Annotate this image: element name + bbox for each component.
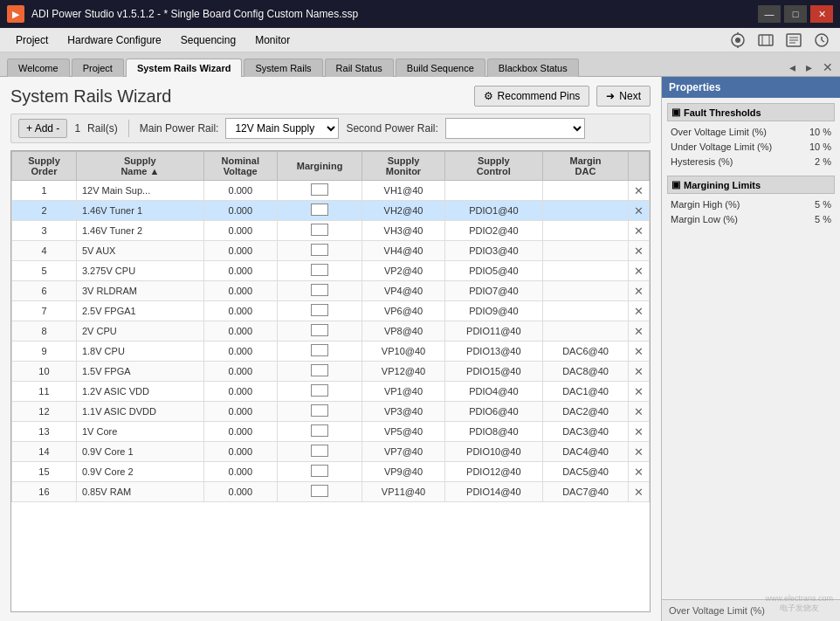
margining-checkbox[interactable] <box>311 204 328 216</box>
tab-blackbox-status[interactable]: Blackbox Status <box>487 59 579 77</box>
toolbar-icon-2[interactable] <box>754 31 777 50</box>
table-row[interactable]: 7 2.5V FPGA1 0.000 VP6@40 PDIO9@40 ✕ <box>12 301 650 321</box>
maximize-button[interactable]: □ <box>784 5 807 23</box>
cell-margining[interactable] <box>277 221 362 241</box>
margining-checkbox[interactable] <box>311 324 328 336</box>
delete-icon[interactable]: ✕ <box>634 184 644 197</box>
tab-project[interactable]: Project <box>72 59 124 77</box>
delete-icon[interactable]: ✕ <box>634 365 644 378</box>
table-row[interactable]: 9 1.8V CPU 0.000 VP10@40 PDIO13@40 DAC6@… <box>12 342 650 362</box>
delete-icon[interactable]: ✕ <box>634 445 644 459</box>
table-row[interactable]: 11 1.2V ASIC VDD 0.000 VP1@40 PDIO4@40 D… <box>12 382 650 402</box>
toolbar-icon-1[interactable] <box>726 31 749 50</box>
table-row[interactable]: 13 1V Core 0.000 VP5@40 PDIO8@40 DAC3@40… <box>12 422 650 442</box>
margining-checkbox[interactable] <box>311 224 328 236</box>
margining-checkbox[interactable] <box>311 183 328 196</box>
tab-system-rails[interactable]: System Rails <box>244 59 322 77</box>
cell-margining[interactable] <box>277 362 362 382</box>
cell-delete[interactable]: ✕ <box>629 281 650 301</box>
table-row[interactable]: 16 0.85V RAM 0.000 VP11@40 PDIO14@40 DAC… <box>12 482 650 502</box>
margining-checkbox[interactable] <box>311 304 328 316</box>
cell-delete[interactable]: ✕ <box>629 382 650 402</box>
cell-margining[interactable] <box>277 482 362 502</box>
table-row[interactable]: 15 0.9V Core 2 0.000 VP9@40 PDIO12@40 DA… <box>12 462 650 482</box>
margining-checkbox[interactable] <box>311 284 328 296</box>
cell-margining[interactable] <box>277 422 362 442</box>
cell-delete[interactable]: ✕ <box>629 462 650 482</box>
toolbar-icon-3[interactable] <box>782 31 805 50</box>
delete-icon[interactable]: ✕ <box>634 345 644 358</box>
cell-margining[interactable] <box>277 402 362 422</box>
cell-delete[interactable]: ✕ <box>629 221 650 241</box>
table-row[interactable]: 6 3V RLDRAM 0.000 VP4@40 PDIO7@40 ✕ <box>12 281 650 301</box>
close-button[interactable]: ✕ <box>810 5 833 23</box>
delete-icon[interactable]: ✕ <box>634 204 644 217</box>
cell-delete[interactable]: ✕ <box>629 362 650 382</box>
cell-delete[interactable]: ✕ <box>629 342 650 362</box>
margining-limits-section[interactable]: ▣ Margining Limits <box>667 176 835 194</box>
tab-nav-left[interactable]: ◂ <box>786 59 799 76</box>
second-power-dropdown[interactable] <box>445 118 585 139</box>
table-row[interactable]: 3 1.46V Tuner 2 0.000 VH3@40 PDIO2@40 ✕ <box>12 221 650 241</box>
delete-icon[interactable]: ✕ <box>634 325 644 338</box>
tab-system-rails-wizard[interactable]: System Rails Wizard <box>126 59 243 77</box>
main-power-dropdown[interactable]: 12V Main Supply <box>225 118 339 139</box>
menu-hardware-configure[interactable]: Hardware Configure <box>59 31 169 49</box>
delete-icon[interactable]: ✕ <box>634 385 644 398</box>
cell-delete[interactable]: ✕ <box>629 442 650 462</box>
margining-checkbox[interactable] <box>311 404 328 417</box>
cell-margining[interactable] <box>277 281 362 301</box>
table-row[interactable]: 4 5V AUX 0.000 VH4@40 PDIO3@40 ✕ <box>12 241 650 261</box>
cell-margining[interactable] <box>277 321 362 342</box>
delete-icon[interactable]: ✕ <box>634 405 644 418</box>
menu-monitor[interactable]: Monitor <box>246 31 299 49</box>
margining-checkbox[interactable] <box>311 485 328 497</box>
table-row[interactable]: 14 0.9V Core 1 0.000 VP7@40 PDIO10@40 DA… <box>12 442 650 462</box>
cell-margining[interactable] <box>277 181 362 201</box>
cell-delete[interactable]: ✕ <box>629 422 650 442</box>
cell-delete[interactable]: ✕ <box>629 301 650 321</box>
margining-checkbox[interactable] <box>311 244 328 256</box>
cell-margining[interactable] <box>277 442 362 462</box>
delete-icon[interactable]: ✕ <box>634 245 644 258</box>
delete-icon[interactable]: ✕ <box>634 486 644 499</box>
cell-delete[interactable]: ✕ <box>629 321 650 342</box>
delete-icon[interactable]: ✕ <box>634 224 644 238</box>
delete-icon[interactable]: ✕ <box>634 265 644 278</box>
delete-icon[interactable]: ✕ <box>634 285 644 298</box>
minimize-button[interactable]: — <box>758 5 781 23</box>
cell-delete[interactable]: ✕ <box>629 261 650 281</box>
toolbar-icon-clock[interactable] <box>810 31 833 50</box>
tab-welcome[interactable]: Welcome <box>7 59 70 77</box>
margining-checkbox[interactable] <box>311 424 328 437</box>
cell-margining[interactable] <box>277 462 362 482</box>
margining-checkbox[interactable] <box>311 384 328 397</box>
table-row[interactable]: 10 1.5V FPGA 0.000 VP12@40 PDIO15@40 DAC… <box>12 362 650 382</box>
cell-margining[interactable] <box>277 301 362 321</box>
table-row[interactable]: 12 1.1V ASIC DVDD 0.000 VP3@40 PDIO6@40 … <box>12 402 650 422</box>
cell-delete[interactable]: ✕ <box>629 181 650 201</box>
tab-build-sequence[interactable]: Build Sequence <box>396 59 485 77</box>
tab-nav-right[interactable]: ▸ <box>802 59 816 76</box>
recommend-pins-button[interactable]: ⚙ Recommend Pins <box>474 86 590 107</box>
next-button[interactable]: ➜ Next <box>596 86 651 107</box>
margining-checkbox[interactable] <box>311 264 328 276</box>
margining-checkbox[interactable] <box>311 344 328 356</box>
table-row[interactable]: 1 12V Main Sup... 0.000 VH1@40 ✕ <box>12 181 650 201</box>
cell-margining[interactable] <box>277 382 362 402</box>
cell-margining[interactable] <box>277 261 362 281</box>
cell-margining[interactable] <box>277 241 362 261</box>
delete-icon[interactable]: ✕ <box>634 305 644 318</box>
menu-project[interactable]: Project <box>7 31 57 49</box>
tab-rail-status[interactable]: Rail Status <box>325 59 394 77</box>
margining-checkbox[interactable] <box>311 445 328 457</box>
cell-delete[interactable]: ✕ <box>629 201 650 221</box>
margining-checkbox[interactable] <box>311 364 328 376</box>
table-row[interactable]: 5 3.275V CPU 0.000 VP2@40 PDIO5@40 ✕ <box>12 261 650 281</box>
margining-checkbox[interactable] <box>311 465 328 477</box>
menu-sequencing[interactable]: Sequencing <box>172 31 244 49</box>
delete-icon[interactable]: ✕ <box>634 466 644 479</box>
fault-thresholds-section[interactable]: ▣ Fault Thresholds <box>667 103 835 121</box>
cell-margining[interactable] <box>277 201 362 221</box>
delete-icon[interactable]: ✕ <box>634 425 644 438</box>
